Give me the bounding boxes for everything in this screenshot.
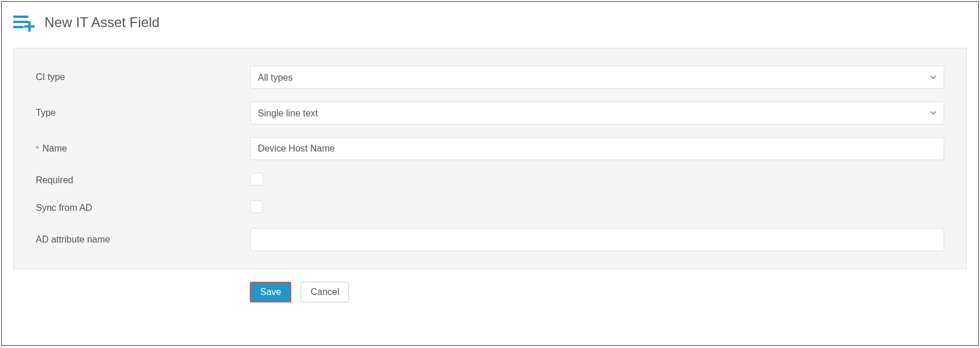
sync-from-ad-label: Sync from AD xyxy=(36,203,250,213)
form-panel: CI type All types Type Single line text … xyxy=(13,48,967,269)
ad-attribute-name-control-wrap xyxy=(250,228,944,251)
required-asterisk: * xyxy=(36,144,39,153)
save-button[interactable]: Save xyxy=(250,282,291,302)
name-input[interactable] xyxy=(250,137,944,160)
ci-type-label: CI type xyxy=(36,72,250,82)
sync-from-ad-control-wrap xyxy=(250,201,944,215)
list-plus-icon xyxy=(13,13,36,32)
type-label: Type xyxy=(36,108,250,118)
page-container: New IT Asset Field CI type All types Typ… xyxy=(1,1,979,346)
form-row-ci-type: CI type All types xyxy=(36,66,944,89)
ad-attribute-name-label: AD attribute name xyxy=(36,234,250,245)
name-label-text: Name xyxy=(42,143,67,154)
svg-rect-2 xyxy=(13,26,24,28)
ci-type-select[interactable]: All types xyxy=(250,66,944,89)
page-header: New IT Asset Field xyxy=(13,13,967,32)
required-checkbox[interactable] xyxy=(250,173,263,186)
button-row: Save Cancel xyxy=(13,282,967,302)
svg-rect-1 xyxy=(13,21,28,23)
type-select[interactable]: Single line text xyxy=(250,101,944,124)
svg-rect-0 xyxy=(13,16,28,18)
svg-rect-4 xyxy=(24,25,35,28)
name-control-wrap xyxy=(250,137,944,160)
ad-attribute-name-input[interactable] xyxy=(250,228,944,251)
required-control-wrap xyxy=(250,173,944,188)
form-row-name: * Name xyxy=(36,137,944,160)
form-row-ad-attribute-name: AD attribute name xyxy=(36,228,944,251)
form-row-required: Required xyxy=(36,173,944,188)
required-label: Required xyxy=(36,175,250,186)
page-title: New IT Asset Field xyxy=(44,14,160,31)
ci-type-control-wrap: All types xyxy=(250,66,944,89)
form-row-sync-from-ad: Sync from AD xyxy=(36,201,944,215)
form-row-type: Type Single line text xyxy=(36,101,944,124)
type-control-wrap: Single line text xyxy=(250,101,944,124)
cancel-button[interactable]: Cancel xyxy=(301,282,349,302)
name-label: * Name xyxy=(36,143,250,154)
sync-from-ad-checkbox[interactable] xyxy=(250,201,263,213)
